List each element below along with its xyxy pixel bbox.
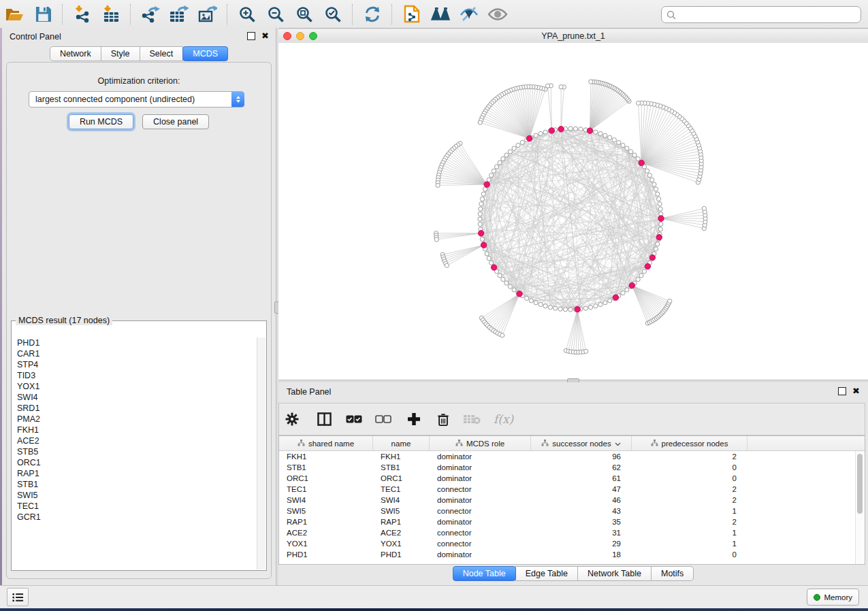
result-node[interactable]: ACE2 [17,435,257,446]
result-node[interactable]: SWI5 [17,490,257,501]
table-cell: 43 [531,507,632,515]
add-column-icon[interactable] [407,412,421,426]
tab-network[interactable]: Network [50,46,101,61]
table-row[interactable]: SWI5SWI5connector431 [279,506,856,516]
run-mcds-button[interactable]: Run MCDS [69,114,133,129]
result-node[interactable]: STP4 [17,359,257,370]
export-image-icon[interactable] [197,5,218,24]
table-cell: 31 [531,529,632,537]
export-table-icon[interactable] [169,5,189,24]
criterion-dropdown[interactable]: largest connected component (undirected) [29,91,244,108]
table-row[interactable]: RAP1RAP1dominator352 [279,516,856,527]
import-network-icon[interactable] [72,5,93,24]
zoom-fit-icon[interactable] [294,5,315,24]
column-header-successor-nodes[interactable]: successor nodes [531,436,632,450]
result-node[interactable]: TEC1 [17,501,257,512]
table-cell: ACE2 [279,529,373,537]
result-node[interactable]: PMA2 [17,414,257,425]
hide-graphics-details-icon[interactable] [459,5,479,24]
result-node[interactable]: TID3 [17,370,257,381]
table-row[interactable]: FKH1FKH1dominator962 [279,451,856,462]
table-cell: 47 [531,485,632,493]
table-row[interactable]: YOX1YOX1connector291 [279,538,856,549]
table-row[interactable]: SWI4SWI4dominator462 [279,495,856,506]
close-panel-button[interactable]: Close panel [142,114,209,129]
table-row[interactable]: TEC1TEC1connector472 [279,484,856,495]
table-cell: dominator [430,496,531,504]
table-tab-motifs[interactable]: Motifs [651,566,694,581]
result-node[interactable]: CAR1 [17,348,257,359]
new-network-from-selection-icon[interactable] [402,5,422,24]
tab-style[interactable]: Style [101,46,140,61]
table-tab-node-table[interactable]: Node Table [453,566,516,581]
result-node[interactable]: FKH1 [17,425,257,435]
table-cell: dominator [430,474,531,482]
table-cell: 0 [632,474,748,482]
export-network-icon[interactable] [140,5,161,24]
apply-layout-icon[interactable] [362,5,383,24]
table-cell: 62 [531,463,632,472]
result-node[interactable]: GCR1 [17,512,257,523]
task-history-button[interactable] [7,588,29,606]
column-header-MCDS-role[interactable]: MCDS role [430,436,531,450]
table-row[interactable]: ORC1ORC1dominator610 [279,473,856,484]
float-panel-icon[interactable] [247,32,255,40]
table-scrollbar[interactable] [855,451,865,564]
result-node[interactable]: RAP1 [17,468,257,479]
table-cell: SWI5 [373,507,430,515]
toolbar-separator [130,4,131,24]
mcds-result-group: MCDS result (17 nodes) PHD1CAR1STP4TID3Y… [11,316,267,571]
graphics-details-eye-icon[interactable] [487,5,508,24]
deselect-all-icon[interactable] [375,415,391,423]
network-graph[interactable] [278,43,868,380]
delete-column-icon[interactable] [436,412,450,427]
binoculars-icon[interactable] [430,5,451,24]
close-table-panel-icon[interactable]: ✖ [852,388,860,395]
settings-gear-icon[interactable] [285,412,299,426]
attribute-type-icon [455,440,463,448]
result-list-scrollbar[interactable] [257,337,266,569]
result-node[interactable]: STB5 [17,446,257,457]
table-tab-network-table[interactable]: Network Table [577,566,652,581]
table-cell: FKH1 [373,452,430,461]
zoom-selected-icon[interactable] [323,5,343,24]
tab-mcds[interactable]: MCDS [182,46,228,61]
table-cell: SWI4 [279,496,373,504]
column-view-icon[interactable] [317,412,332,426]
select-all-icon[interactable] [346,415,362,423]
result-node[interactable]: ORC1 [17,457,257,468]
column-header-shared-name[interactable]: shared name [279,436,373,450]
table-cell: PHD1 [279,550,373,559]
column-header-name[interactable]: name [373,436,430,450]
result-node[interactable]: STB1 [17,479,257,490]
table-cell: 46 [531,496,632,504]
main-toolbar [0,0,868,29]
result-node[interactable]: PHD1 [17,337,257,348]
result-node[interactable]: SRD1 [17,403,257,414]
result-node[interactable]: YOX1 [17,381,257,392]
tab-select[interactable]: Select [140,46,184,61]
control-panel-title: Control Panel [10,32,61,42]
save-session-icon[interactable] [33,5,53,24]
table-cell: 2 [632,485,748,493]
close-panel-icon[interactable]: ✖ [261,33,269,39]
import-table-icon[interactable] [101,5,121,24]
search-input[interactable] [679,8,861,22]
table-row[interactable]: PHD1PHD1dominator180 [279,549,856,560]
open-session-icon[interactable] [4,5,25,24]
zoom-in-icon[interactable] [237,5,257,24]
network-search-box[interactable] [661,6,861,23]
table-row[interactable]: STB1STB1dominator620 [279,462,856,473]
float-table-panel-icon[interactable] [838,387,846,395]
attribute-type-icon [298,440,305,448]
zoom-out-icon[interactable] [266,5,286,24]
table-tab-edge-table[interactable]: Edge Table [515,566,578,581]
result-node[interactable]: SWI4 [17,392,257,403]
scrollbar-thumb[interactable] [857,454,863,514]
network-canvas[interactable] [278,43,868,380]
table-row[interactable]: ACE2ACE2connector311 [279,527,856,538]
memory-button[interactable]: Memory [807,589,859,606]
table-cell: 18 [531,550,632,559]
column-header-predecessor-nodes[interactable]: predecessor nodes [632,436,748,450]
table-cell: SWI4 [373,496,430,504]
